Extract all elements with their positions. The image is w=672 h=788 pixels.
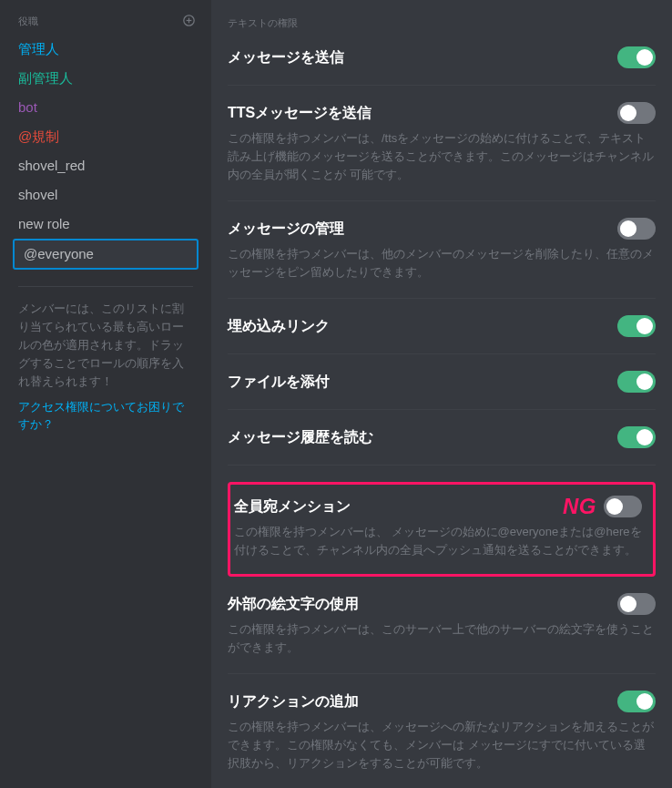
- role-item[interactable]: shovel_red: [7, 151, 204, 180]
- permission-row: リアクションの追加: [228, 691, 656, 712]
- permission-item: メッセージの管理この権限を持つメンバーは、他のメンバーのメッセージを削除したり、…: [228, 218, 656, 299]
- role-item[interactable]: 管理人: [7, 35, 204, 64]
- permission-toggle[interactable]: [617, 218, 656, 240]
- permission-list: メッセージを送信TTSメッセージを送信この権限を持つメンバーは、/ttsをメッセ…: [228, 46, 656, 788]
- role-item[interactable]: @everyone: [13, 239, 199, 270]
- main-content: テキストの権限 メッセージを送信TTSメッセージを送信この権限を持つメンバーは、…: [211, 0, 672, 788]
- permission-item: メッセージを送信: [228, 46, 656, 86]
- roles-heading: 役職: [18, 15, 38, 28]
- sidebar-help-text: メンバーには、このリストに割り当てられている最も高いロールの色が適用されます。ド…: [0, 300, 211, 391]
- toggle-knob: [636, 429, 653, 445]
- permission-title: メッセージを送信: [228, 48, 344, 67]
- add-role-icon[interactable]: [183, 14, 195, 29]
- permission-title: 外部の絵文字の使用: [228, 595, 359, 614]
- permission-title: ファイルを添付: [228, 373, 330, 392]
- permission-toggle[interactable]: [604, 496, 642, 517]
- permission-toggle[interactable]: [617, 593, 656, 615]
- toggle-knob: [636, 374, 653, 390]
- permission-item: ファイルを添付: [228, 371, 656, 410]
- permission-row: 埋め込みリンク: [228, 315, 656, 337]
- permission-item: 外部の絵文字の使用この権限を持つメンバーは、このサーバー上で他のサーバーの絵文字…: [228, 593, 656, 674]
- permission-toggle[interactable]: [617, 102, 656, 124]
- permission-title: 埋め込みリンク: [228, 317, 330, 336]
- permission-row: メッセージの管理: [228, 218, 656, 240]
- permission-title: 全員宛メンション: [234, 497, 351, 517]
- role-item[interactable]: 副管理人: [7, 64, 204, 93]
- ng-label: NG: [563, 494, 596, 519]
- toggle-knob: [636, 49, 653, 66]
- sidebar: 役職 管理人副管理人bot@規制shovel_redshovelnew role…: [0, 0, 211, 788]
- permission-row: 外部の絵文字の使用: [228, 593, 656, 615]
- role-item[interactable]: new role: [7, 210, 204, 239]
- permission-description: この権限を持つメンバーは、他のメンバーのメッセージを削除したり、任意のメッセージ…: [228, 245, 656, 281]
- section-header: テキストの権限: [228, 16, 656, 30]
- toggle-knob: [620, 220, 636, 237]
- role-list: 管理人副管理人bot@規制shovel_redshovelnew role@ev…: [0, 35, 211, 270]
- permission-item: リアクションの追加この権限を持つメンバーは、メッセージへの新たなリアクションを加…: [228, 691, 656, 788]
- role-item[interactable]: @規制: [7, 122, 204, 151]
- role-item[interactable]: shovel: [7, 180, 204, 210]
- sidebar-header: 役職: [0, 0, 211, 35]
- permission-description: この権限を持つメンバーは、このサーバー上で他のサーバーの絵文字を使うことができま…: [228, 620, 656, 657]
- permission-item: TTSメッセージを送信この権限を持つメンバーは、/ttsをメッセージの始めに付け…: [228, 102, 656, 201]
- permissions-help-link[interactable]: アクセス権限についてお困りですか？: [0, 391, 211, 433]
- toggle-knob: [636, 693, 653, 710]
- permission-title: TTSメッセージを送信: [228, 104, 372, 123]
- permission-toggle[interactable]: [617, 691, 656, 712]
- permission-title: リアクションの追加: [228, 692, 359, 711]
- permission-description: この権限を持つメンバーは、 メッセージの始めに@everyoneまたは@here…: [234, 523, 642, 559]
- highlight-box: NG全員宛メンションこの権限を持つメンバーは、 メッセージの始めに@everyo…: [228, 482, 656, 577]
- toggle-knob: [636, 318, 653, 334]
- permission-row: メッセージを送信: [228, 46, 656, 68]
- permission-toggle[interactable]: [617, 426, 656, 448]
- role-item[interactable]: bot: [7, 93, 204, 122]
- permission-title: メッセージの管理: [228, 220, 344, 239]
- permission-item: メッセージ履歴を読む: [228, 426, 656, 466]
- permission-item: 埋め込みリンク: [228, 315, 656, 354]
- permission-title: メッセージ履歴を読む: [228, 428, 373, 447]
- divider: [18, 286, 193, 287]
- toggle-knob: [620, 105, 636, 121]
- permission-toggle[interactable]: [617, 46, 656, 68]
- permission-row: メッセージ履歴を読む: [228, 426, 656, 448]
- permission-row: TTSメッセージを送信: [228, 102, 656, 124]
- permission-description: この権限を持つメンバーは、/ttsをメッセージの始めに付けることで、テキスト読み…: [228, 129, 656, 184]
- permission-description: この権限を持つメンバーは、メッセージへの新たなリアクションを加えることができます…: [228, 718, 656, 773]
- permission-toggle[interactable]: [617, 371, 656, 393]
- permission-toggle[interactable]: [617, 315, 656, 337]
- toggle-knob: [620, 596, 636, 612]
- toggle-knob: [606, 498, 623, 515]
- permission-row: ファイルを添付: [228, 371, 656, 393]
